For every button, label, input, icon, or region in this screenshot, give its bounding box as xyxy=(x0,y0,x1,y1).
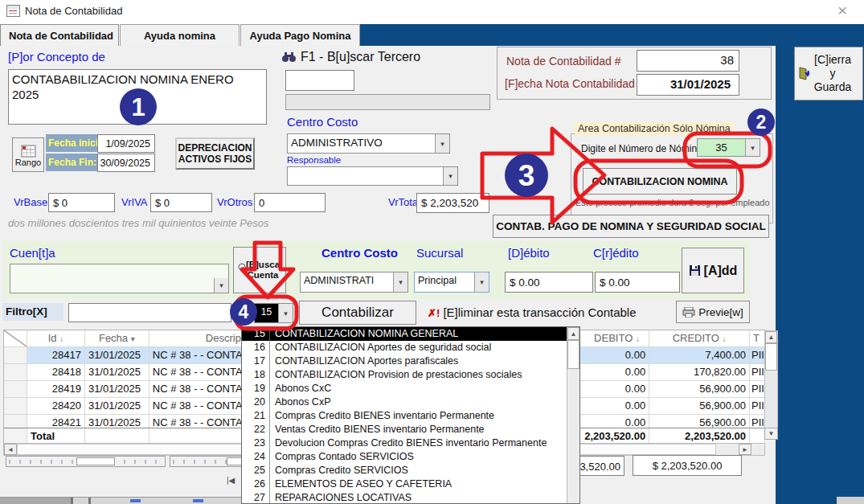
cell-credito[interactable]: 56,900.00 xyxy=(649,398,750,415)
scroll-down-icon[interactable]: ▼ xyxy=(764,428,778,440)
scroll-right-icon[interactable]: ► xyxy=(739,444,751,455)
cell-id[interactable]: 28417 xyxy=(27,347,85,364)
contabilizacion-nomina-button[interactable]: CONTABILIZACION NOMINA xyxy=(583,168,737,195)
cell-id[interactable]: 28420 xyxy=(27,398,85,415)
tercero-input[interactable] xyxy=(285,70,354,91)
contab-pago-button[interactable]: CONTAB. PAGO DE NOMINA Y SEGURIDAD SOCIA… xyxy=(493,215,769,238)
grid-header-id[interactable]: Id ↓ xyxy=(27,330,85,347)
credito-field[interactable]: $ 0.00 xyxy=(595,272,680,293)
list-item[interactable]: 26ELEMENTOS DE ASEO Y CAFETERIA xyxy=(242,477,567,491)
add-button[interactable]: [A]dd xyxy=(682,248,744,293)
vrtotal-field[interactable]: $ 2,203,520 xyxy=(416,193,489,213)
close-icon[interactable]: × xyxy=(837,1,847,20)
record-search-box[interactable] xyxy=(76,457,115,465)
chevron-down-icon[interactable]: ▾ xyxy=(745,139,760,156)
chevron-down-icon[interactable]: ▾ xyxy=(393,272,407,292)
tab-nota-contabilidad[interactable]: Nota de Contabilidad xyxy=(0,24,119,46)
contabilizar-button[interactable]: Contabilizar xyxy=(299,301,416,325)
cell-fecha[interactable]: 31/01/2025 xyxy=(85,347,149,364)
grid-header-tipo[interactable]: T xyxy=(750,330,765,347)
sort-icon: ↓ xyxy=(59,334,63,343)
row-selector[interactable] xyxy=(4,364,27,381)
centro-costo-combo[interactable]: ADMINISTRATIVO▾ xyxy=(287,133,450,154)
cell-tipo[interactable]: PII xyxy=(750,415,765,428)
concepto-input[interactable]: CONTABABILIZACION NOMINA ENERO 2025 xyxy=(8,69,267,125)
filtro-input[interactable] xyxy=(68,303,231,322)
chevron-down-icon[interactable]: ▾ xyxy=(435,134,449,153)
busca-cuenta-button[interactable]: [B]uscaCuenta xyxy=(233,247,286,293)
chevron-down-icon[interactable]: ▾ xyxy=(474,272,489,292)
responsable-combo[interactable]: ▾ xyxy=(287,166,458,186)
tab-ayuda-nomina[interactable]: Ayuda nomina xyxy=(120,24,240,46)
centro-costo-label-2: Centro Costo xyxy=(321,246,398,260)
row-selector[interactable] xyxy=(4,381,27,398)
cell-id[interactable]: 28419 xyxy=(27,381,85,398)
cell-fecha[interactable]: 31/01/2025 xyxy=(85,415,149,428)
scroll-left-icon[interactable]: ◄ xyxy=(4,444,17,455)
cell-fecha[interactable]: 31/01/2025 xyxy=(85,364,149,381)
chevron-down-icon[interactable]: ▾ xyxy=(443,167,457,185)
debito-field[interactable]: $ 0.00 xyxy=(505,272,593,293)
cell-credito[interactable]: 170,820.00 xyxy=(649,364,750,381)
nav-first-record-icon[interactable]: |◀ xyxy=(227,476,235,485)
chevron-down-icon[interactable]: ▾ xyxy=(214,278,228,293)
eliminar-transaccion-button[interactable]: ✗! [E]liminar esta transacción Contable xyxy=(428,305,637,319)
vrbase-field[interactable]: $ 0 xyxy=(48,193,115,212)
list-item[interactable]: 15CONTABILIZACION NOMINA GENERAL xyxy=(242,327,567,341)
vriva-field[interactable]: $ 0 xyxy=(150,193,212,212)
sucursal-combo[interactable]: Principal▾ xyxy=(414,272,489,293)
tipo-transaccion-combo[interactable]: 15▾ xyxy=(254,303,293,323)
list-item[interactable]: 17CONTABILIZACION Aportes parafiscales xyxy=(242,354,567,368)
list-item[interactable]: 23Devolucion Compras Credito BIENES inve… xyxy=(242,436,567,450)
cell-tipo[interactable]: PII xyxy=(750,364,765,381)
list-item[interactable]: 21Compras Credito BIENES inventario Perm… xyxy=(242,409,567,423)
centro-costo-combo-2[interactable]: ADMINISTRATI▾ xyxy=(300,272,408,293)
right-band xyxy=(776,46,864,504)
cell-id[interactable]: 28418 xyxy=(27,364,85,381)
preview-button[interactable]: Previe[w] xyxy=(676,301,750,323)
fecha-inicio-field[interactable]: 1/09/2025 xyxy=(97,134,155,153)
record-navigator[interactable] xyxy=(6,456,166,467)
list-item[interactable]: 24Compras Contado SERVICIOS xyxy=(242,450,567,464)
list-item[interactable]: 18CONTABILIZACION Provision de prestacio… xyxy=(242,368,567,382)
cell-credito[interactable]: 56,900.00 xyxy=(649,381,750,398)
grid-vertical-scrollbar[interactable]: ▲ ▼ xyxy=(764,330,778,440)
grid-corner-cell[interactable] xyxy=(4,330,27,347)
cell-tipo[interactable]: PII xyxy=(750,398,765,415)
scroll-up-icon[interactable]: ▲ xyxy=(567,327,579,340)
nota-fecha-field[interactable]: 31/01/2025 xyxy=(637,74,739,96)
grid-header-credito[interactable]: CREDITO ↓ xyxy=(649,330,750,347)
tab-ayuda-pago-nomina[interactable]: Ayuda Pago Nomina xyxy=(240,24,360,46)
nota-numero-field[interactable]: 38 xyxy=(637,50,739,72)
row-selector[interactable] xyxy=(4,398,27,415)
cell-fecha[interactable]: 31/01/2025 xyxy=(85,398,149,415)
list-item[interactable]: 22Ventas Credito BIENES inventario Perma… xyxy=(242,423,567,436)
cell-credito[interactable]: 56,900.00 xyxy=(649,415,750,428)
list-item[interactable]: 20Abonos CxP xyxy=(242,395,567,409)
fecha-fin-field[interactable]: 30/09/2025 xyxy=(97,154,155,172)
list-item[interactable]: 19Abonos CxC xyxy=(242,382,567,395)
vrotros-field[interactable]: 0 xyxy=(254,193,326,212)
row-selector[interactable] xyxy=(4,347,27,364)
chevron-down-icon[interactable]: ▾ xyxy=(278,304,293,322)
depreciacion-button[interactable]: DEPRECIACIONACTIVOS FIJOS xyxy=(175,137,255,170)
numero-nomina-combo[interactable]: 35▾ xyxy=(697,138,760,157)
scroll-up-icon[interactable]: ▲ xyxy=(765,331,777,343)
scroll-thumb[interactable] xyxy=(765,343,777,371)
cuenta-combo[interactable]: ▾ xyxy=(10,264,229,293)
rango-button[interactable]: Rango xyxy=(12,137,44,172)
cell-id[interactable]: 28421 xyxy=(27,415,85,428)
grid-header-fecha[interactable]: Fecha ▾ xyxy=(85,330,149,347)
cell-credito[interactable]: 7,400.00 xyxy=(649,347,750,364)
cell-tipo[interactable]: PII xyxy=(750,381,765,398)
cell-fecha[interactable]: 31/01/2025 xyxy=(85,381,149,398)
scroll-thumb[interactable] xyxy=(567,340,579,369)
dropdown-scrollbar[interactable]: ▲ xyxy=(567,327,579,504)
list-item[interactable]: 27REPARACIONES LOCATIVAS xyxy=(242,491,567,504)
cierra-guarda-button[interactable]: [C]ierrayGuarda xyxy=(794,47,863,100)
tipo-transaccion-dropdown-list[interactable]: 15CONTABILIZACION NOMINA GENERAL 16CONTA… xyxy=(241,326,580,504)
cell-tipo[interactable]: PII xyxy=(750,347,765,364)
row-selector[interactable] xyxy=(4,415,27,428)
list-item[interactable]: 25Compras Credito SERVICIOS xyxy=(242,464,567,477)
list-item[interactable]: 16CONTABILIZACION Aportes de seguridad s… xyxy=(242,341,567,354)
